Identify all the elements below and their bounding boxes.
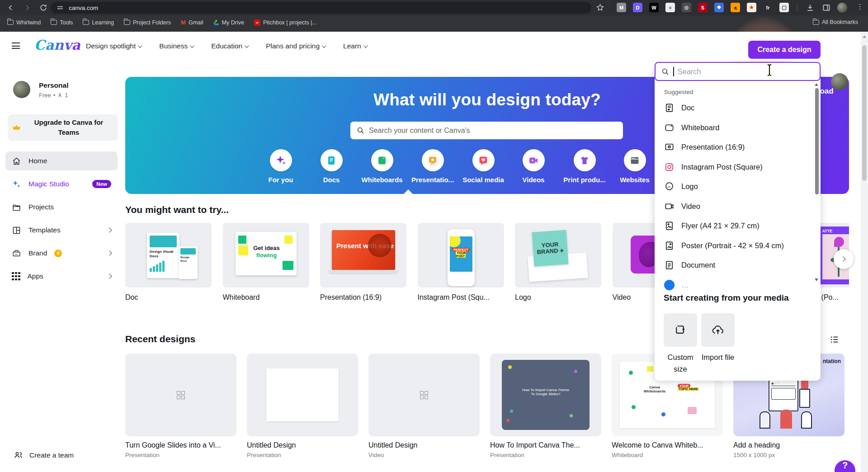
nav-plans-pricing[interactable]: Plans and pricing: [266, 42, 325, 50]
nav-learn[interactable]: Learn: [343, 42, 367, 50]
category-print-products[interactable]: Print produ...: [561, 149, 608, 184]
menu-item-whiteboard[interactable]: Whiteboard: [655, 118, 815, 138]
bookmark-pitchbox[interactable]: pbPitchbox | projects |...: [254, 19, 317, 26]
bookmark-folder[interactable]: Project Folders: [124, 19, 171, 26]
browser-profile-avatar[interactable]: [837, 3, 847, 13]
page-scrollbar-thumb[interactable]: [862, 45, 867, 181]
recent-design-card[interactable]: How To Import Canva Theme To Google Slid…: [490, 354, 601, 458]
folder-icon: [124, 20, 130, 25]
hamburger-menu-icon[interactable]: [12, 42, 20, 49]
instagram-icon: [664, 162, 675, 172]
try-card-whiteboard[interactable]: Get ideasflowing Whiteboard: [223, 223, 309, 302]
team-name[interactable]: Personal: [39, 81, 68, 90]
downloads-icon[interactable]: [806, 3, 815, 12]
extension-icon[interactable]: ◎: [682, 3, 691, 12]
try-card-instagram-post[interactable]: PERFECTYOUR POST Instagram Post (Squ...: [418, 223, 504, 302]
team-avatar[interactable]: [13, 81, 30, 98]
menu-item-flyer[interactable]: Flyer (A4 21 × 29.7 cm): [655, 216, 815, 236]
selected-category-pointer: [404, 189, 413, 194]
scroll-up-arrow[interactable]: [815, 83, 818, 86]
menu-search-box[interactable]: [655, 62, 821, 81]
sidebar: Personal Free• 1 Upgrade to Canva for Te…: [0, 61, 120, 472]
carousel-next-button[interactable]: [834, 249, 854, 269]
home-icon: [12, 156, 21, 166]
menu-item-logo[interactable]: co. Logo: [655, 177, 815, 197]
help-button[interactable]: ?: [835, 460, 855, 472]
sidebar-item-brand[interactable]: co. Brand ♛: [5, 244, 118, 263]
all-bookmarks[interactable]: All Bookmarks: [813, 19, 858, 25]
extension-icon[interactable]: a: [731, 3, 740, 12]
site-info-icon[interactable]: [56, 4, 64, 12]
bookmark-folder[interactable]: Whirlwind: [7, 19, 41, 26]
bookmark-folder[interactable]: Tools: [51, 19, 73, 26]
extension-icon[interactable]: ★: [747, 3, 756, 12]
category-for-you[interactable]: For you: [257, 149, 304, 184]
sidebar-item-apps[interactable]: Apps: [5, 267, 118, 286]
upgrade-teams-button[interactable]: Upgrade to Canva for Teams: [8, 114, 118, 141]
try-card-doc[interactable]: Design Visual Docs Design Docs Doc: [125, 223, 212, 302]
forward-icon[interactable]: [23, 3, 32, 12]
nav-design-spotlight[interactable]: Design spotlight: [86, 42, 141, 50]
bookmark-folder[interactable]: Learning: [83, 19, 114, 26]
sidebar-item-magic-studio[interactable]: Magic Studio New: [5, 175, 118, 194]
try-card-thumbnail: Present with ease: [320, 223, 406, 288]
sidebar-item-home[interactable]: Home: [5, 151, 118, 170]
custom-size-tile[interactable]: [664, 313, 697, 347]
category-whiteboards[interactable]: Whiteboards: [359, 149, 406, 184]
nav-business[interactable]: Business: [159, 42, 193, 50]
import-file-tile[interactable]: [701, 313, 735, 347]
extension-icon[interactable]: ▢: [779, 3, 789, 12]
nav-education[interactable]: Education: [211, 42, 248, 50]
bookmark-star-icon[interactable]: [596, 3, 604, 12]
menu-item-document[interactable]: Document: [655, 255, 815, 275]
menu-search-input[interactable]: [678, 67, 804, 76]
recent-design-card[interactable]: Untitled Design Video: [368, 354, 480, 458]
extension-icon[interactable]: S: [698, 3, 708, 12]
extension-icon[interactable]: fr: [763, 3, 773, 12]
category-websites[interactable]: Websites: [611, 149, 658, 184]
category-presentations[interactable]: Presentatio...: [409, 149, 456, 184]
create-design-button[interactable]: Create a design: [748, 41, 821, 59]
menu-item-partial[interactable]: …: [655, 275, 815, 295]
back-icon[interactable]: [6, 3, 15, 12]
scrollbar-up-arrow[interactable]: [863, 35, 866, 38]
extension-icon[interactable]: D: [633, 3, 642, 12]
extension-icon[interactable]: M: [617, 3, 626, 12]
category-docs[interactable]: Docs: [308, 149, 355, 184]
extension-icon[interactable]: ≡: [665, 3, 675, 12]
address-bar[interactable]: canva.com: [51, 2, 591, 14]
extension-icon[interactable]: W: [649, 3, 659, 12]
chrome-menu-icon[interactable]: ⋮: [856, 2, 863, 11]
sidebar-item-templates[interactable]: Templates: [5, 221, 118, 240]
create-team-button[interactable]: Create a team: [14, 450, 74, 460]
page-scrollbar[interactable]: [861, 32, 868, 472]
scroll-down-arrow[interactable]: [815, 278, 818, 281]
menu-item-presentation[interactable]: Presentation (16:9): [655, 137, 815, 157]
svg-text:co.: co.: [15, 253, 18, 255]
bookmark-drive[interactable]: My Drive: [213, 19, 244, 26]
team-plan: Free• 1: [39, 92, 68, 99]
menu-item-doc[interactable]: Doc: [655, 98, 815, 118]
try-card-logo[interactable]: YOURBRAND ✈ Logo: [515, 223, 601, 302]
side-panel-icon[interactable]: [822, 3, 831, 12]
extension-icon[interactable]: ❖: [714, 3, 724, 12]
bookmark-gmail[interactable]: MGmail: [181, 19, 203, 26]
user-avatar[interactable]: [831, 73, 848, 90]
recent-design-card[interactable]: Untitled Design Presentation: [247, 354, 358, 458]
reload-icon[interactable]: [39, 3, 48, 12]
hero-search-bar[interactable]: [350, 122, 623, 139]
try-card-presentation[interactable]: Present with ease Presentation (16:9): [320, 223, 406, 302]
category-social-media[interactable]: Social media: [460, 149, 507, 184]
category-videos[interactable]: Videos: [510, 149, 557, 184]
url-text[interactable]: canva.com: [69, 5, 98, 11]
recent-design-card[interactable]: Turn Google Slides into a Vi... Presenta…: [125, 354, 236, 458]
menu-item-instagram-post[interactable]: Instagram Post (Square): [655, 157, 815, 177]
search-icon: [661, 67, 670, 76]
list-view-toggle-icon[interactable]: [830, 335, 840, 345]
hero-search-input[interactable]: [369, 127, 604, 135]
menu-item-video[interactable]: Video: [655, 197, 815, 217]
canva-logo[interactable]: Canva: [34, 37, 80, 53]
sidebar-item-projects[interactable]: Projects: [5, 198, 118, 217]
menu-item-poster[interactable]: Poster (Portrait - 42 × 59.4 cm): [655, 236, 815, 256]
menu-scrollbar[interactable]: [815, 88, 819, 194]
